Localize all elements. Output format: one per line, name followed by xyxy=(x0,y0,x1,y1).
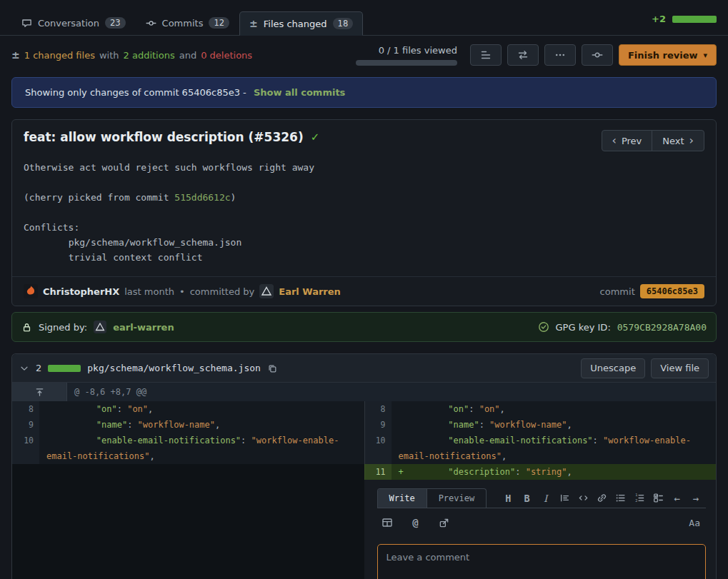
avatar-committer[interactable] xyxy=(259,284,274,298)
file-header-buttons: Unescape View file xyxy=(581,358,709,378)
diff-icon: ± xyxy=(249,19,258,29)
json-key: "on" xyxy=(448,404,469,414)
commit-message-line: Otherwise act would reject such workflow… xyxy=(24,160,704,175)
monospace-toggle-button[interactable]: Aa xyxy=(684,517,704,529)
code-indent xyxy=(55,435,96,445)
quote-icon xyxy=(559,493,570,503)
code-button[interactable] xyxy=(574,490,592,507)
indent-button[interactable]: → xyxy=(687,490,704,507)
quote-button[interactable] xyxy=(556,490,573,507)
ordered-list-icon: 12 xyxy=(634,493,645,503)
line-number-old[interactable]: 10 xyxy=(12,433,39,464)
commit-sha-badge[interactable]: 65406c85e3 xyxy=(640,284,704,298)
finish-review-button[interactable]: Finish review ▾ xyxy=(619,44,717,66)
diff-file-box: 2 pkg/schema/workflow_schema.json Unesca… xyxy=(11,353,717,579)
comment-editor: Write Preview H B I 12 xyxy=(377,488,707,579)
prev-commit-button[interactable]: ‹ Prev xyxy=(602,130,653,151)
code-icon xyxy=(578,493,589,503)
show-all-commits-link[interactable]: Show all commits xyxy=(254,87,345,98)
tab-commits[interactable]: Commits 12 xyxy=(136,11,239,35)
code-indent xyxy=(407,435,449,445)
code-punct: : xyxy=(241,435,251,445)
bold-icon: B xyxy=(524,493,529,504)
json-key: "enable-email-notifications" xyxy=(96,435,241,445)
diff-summary-bar: ± 1 changed files with 2 additions and 0… xyxy=(0,36,728,73)
link-icon xyxy=(597,493,607,503)
tab-files-changed[interactable]: ± Files changed 18 xyxy=(239,11,363,36)
comment-textarea[interactable] xyxy=(377,544,707,579)
file-diffstat-bar xyxy=(48,365,81,372)
tab-conversation[interactable]: Conversation 23 xyxy=(11,11,136,35)
code-punct: : xyxy=(117,404,127,414)
copy-path-icon[interactable] xyxy=(267,363,277,373)
code-indent xyxy=(407,404,449,414)
code-punct: , xyxy=(148,404,153,414)
reference-button[interactable] xyxy=(436,514,453,531)
pr-diffstat: +2 xyxy=(652,14,717,35)
addition-sign: + xyxy=(399,464,407,480)
line-number-old[interactable]: 8 xyxy=(12,401,39,417)
pr-files-changed-page: Conversation 23 Commits 12 ± Files chang… xyxy=(0,0,728,579)
next-label: Next xyxy=(662,136,684,146)
avatar-author[interactable] xyxy=(24,284,38,298)
expand-hunk-button[interactable] xyxy=(12,383,67,401)
editor-header: Write Preview H B I 12 xyxy=(377,488,707,508)
chevron-down-icon[interactable] xyxy=(19,363,29,373)
signer-name-link[interactable]: earl-warren xyxy=(113,322,174,333)
json-value: "workflow-name" xyxy=(138,420,215,430)
lock-icon xyxy=(21,322,32,333)
line-number-new[interactable]: 10 xyxy=(364,433,392,464)
diff-code-new: "on": "on", xyxy=(392,401,717,417)
swap-diff-style-button[interactable] xyxy=(507,44,539,66)
diff-file-header: 2 pkg/schema/workflow_schema.json Unesca… xyxy=(12,354,716,383)
code-punct: : xyxy=(515,467,525,477)
comment-bubble-icon xyxy=(21,18,32,29)
banner-message: Showing only changes of commit 65406c85e… xyxy=(25,87,246,98)
toggle-file-tree-button[interactable] xyxy=(470,44,502,66)
code-punct: : xyxy=(593,435,603,445)
cherry-pick-sha-link[interactable]: 515dd6612c xyxy=(174,192,230,203)
changed-files-label: 1 changed files xyxy=(24,50,95,61)
commit-signature-row: Signed by: earl-warren GPG key ID: 0579C… xyxy=(11,312,717,342)
unordered-list-button[interactable] xyxy=(612,490,629,507)
heading-button[interactable]: H xyxy=(499,490,517,507)
link-button[interactable] xyxy=(594,490,611,507)
view-file-button[interactable]: View file xyxy=(651,358,709,378)
task-list-button[interactable] xyxy=(649,490,667,507)
avatar-signer[interactable] xyxy=(94,321,106,333)
editor-tabs: Write Preview xyxy=(377,488,487,508)
mention-button[interactable]: @ xyxy=(407,514,424,531)
line-number-old[interactable]: 9 xyxy=(12,417,39,433)
write-tab[interactable]: Write xyxy=(378,489,427,508)
empty-diff-cell xyxy=(12,480,364,579)
commit-diff-button[interactable] xyxy=(582,44,613,66)
code-punct: : xyxy=(127,420,137,430)
preview-tab[interactable]: Preview xyxy=(427,489,487,508)
table-button[interactable] xyxy=(379,514,396,531)
hunk-header-row: @ -8,6 +8,7 @@ xyxy=(12,383,716,401)
line-number-new[interactable]: 11 xyxy=(364,464,392,480)
file-changes-count: 2 xyxy=(36,363,41,373)
committer-name-link[interactable]: Earl Warren xyxy=(279,286,341,297)
line-number-new[interactable]: 8 xyxy=(364,401,392,417)
line-number-new[interactable]: 9 xyxy=(364,417,392,433)
json-value: "workflow-name" xyxy=(489,420,567,430)
commit-title: feat: allow workflow description (#5326)… xyxy=(24,130,319,144)
split-diff: 8 "on": "on", 8 "on": "on", 9 "name": "w… xyxy=(12,401,716,579)
ordered-list-button[interactable]: 12 xyxy=(631,490,648,507)
diff-options-button[interactable] xyxy=(544,44,576,66)
chevron-right-icon: › xyxy=(689,135,694,146)
json-key: "name" xyxy=(448,420,479,430)
json-key: "enable-email-notifications" xyxy=(448,435,592,445)
outdent-button[interactable]: ← xyxy=(669,490,686,507)
code-indent xyxy=(55,404,96,414)
json-key: "name" xyxy=(96,420,127,430)
unescape-button[interactable]: Unescape xyxy=(581,358,645,378)
tab-label: Conversation xyxy=(38,18,99,29)
committed-by-label: committed by xyxy=(190,286,255,297)
next-commit-button[interactable]: Next › xyxy=(652,130,704,151)
bold-button[interactable]: B xyxy=(518,490,535,507)
author-name-link[interactable]: ChristopherHX xyxy=(43,286,119,297)
commit-pager: ‹ Prev Next › xyxy=(602,130,704,151)
italic-button[interactable]: I xyxy=(537,490,554,507)
